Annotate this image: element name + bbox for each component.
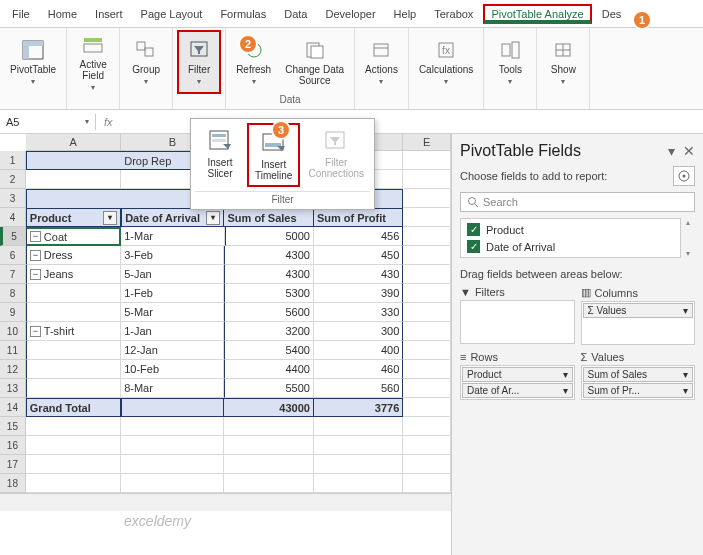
horizontal-scrollbar[interactable]	[0, 493, 451, 511]
row-header[interactable]: 3	[0, 189, 26, 208]
cell[interactable]: 1-Jan	[121, 322, 224, 341]
row-header[interactable]: 8	[0, 284, 26, 303]
product-header[interactable]: Product▾	[26, 208, 121, 227]
cell[interactable]	[403, 151, 451, 170]
cell[interactable]	[314, 436, 403, 455]
cell[interactable]	[26, 455, 121, 474]
collapse-icon[interactable]: −	[30, 326, 41, 337]
cell[interactable]	[403, 265, 451, 284]
cell[interactable]	[403, 455, 451, 474]
tab-insert[interactable]: Insert	[87, 4, 131, 24]
cell[interactable]	[403, 398, 451, 417]
tab-home[interactable]: Home	[40, 4, 85, 24]
cell[interactable]: 5000	[225, 227, 314, 246]
cell[interactable]	[121, 417, 224, 436]
close-icon[interactable]: ✕	[683, 143, 695, 159]
cell[interactable]: 5-Jan	[121, 265, 224, 284]
cell[interactable]	[224, 455, 313, 474]
cell[interactable]	[26, 417, 121, 436]
filter-button[interactable]: Filter ▾	[177, 30, 221, 94]
cell[interactable]	[121, 436, 224, 455]
cell[interactable]	[314, 455, 403, 474]
tab-formulas[interactable]: Formulas	[212, 4, 274, 24]
filters-area[interactable]	[460, 300, 575, 344]
cell[interactable]: 456	[314, 227, 403, 246]
insert-slicer-button[interactable]: Insert Slicer	[195, 123, 245, 187]
cell[interactable]	[403, 303, 451, 322]
area-item[interactable]: Sum of Pr...▾	[583, 383, 694, 398]
filter-dropdown-icon[interactable]: ▾	[206, 211, 220, 225]
field-item-date[interactable]: ✓Date of Arrival	[463, 238, 678, 255]
field-item-product[interactable]: ✓Product	[463, 221, 678, 238]
cell[interactable]	[26, 360, 121, 379]
cell[interactable]: 4300	[224, 265, 313, 284]
cell[interactable]: 330	[314, 303, 403, 322]
date-header[interactable]: Date of Arrival▾	[121, 208, 224, 227]
cell[interactable]	[403, 417, 451, 436]
cell[interactable]: 400	[314, 341, 403, 360]
cell[interactable]	[403, 322, 451, 341]
cell[interactable]: 460	[314, 360, 403, 379]
row-header[interactable]: 11	[0, 341, 26, 360]
show-button[interactable]: Show ▾	[541, 30, 585, 94]
cell[interactable]	[224, 474, 313, 493]
cell[interactable]: 4300	[224, 246, 313, 265]
row-header[interactable]: 4	[0, 208, 26, 227]
cell[interactable]	[26, 474, 121, 493]
cell[interactable]	[403, 227, 451, 246]
gear-icon[interactable]	[673, 166, 695, 186]
tab-pivottable-analyze[interactable]: PivotTable Analyze	[483, 4, 591, 24]
tab-data[interactable]: Data	[276, 4, 315, 24]
collapse-icon[interactable]: −	[30, 250, 41, 261]
cell[interactable]: 5600	[224, 303, 313, 322]
area-item[interactable]: Date of Ar...▾	[462, 383, 573, 398]
cell[interactable]	[26, 379, 121, 398]
fields-search-input[interactable]: Search	[460, 192, 695, 212]
sum-profit-header[interactable]: Sum of Profit	[314, 208, 403, 227]
cell[interactable]	[26, 170, 121, 189]
cell[interactable]: 1-Mar	[121, 227, 224, 246]
values-area[interactable]: Sum of Sales▾ Sum of Pr...▾	[581, 365, 696, 400]
cell[interactable]: 5-Mar	[121, 303, 224, 322]
columns-area[interactable]: Σ Values▾	[581, 301, 696, 345]
row-header[interactable]: 13	[0, 379, 26, 398]
area-item[interactable]: Sum of Sales▾	[583, 367, 694, 382]
cell[interactable]: 4400	[224, 360, 313, 379]
cell[interactable]	[403, 379, 451, 398]
cell[interactable]: 450	[314, 246, 403, 265]
filter-dropdown-icon[interactable]: ▾	[103, 211, 117, 225]
cell[interactable]: −Dress	[26, 246, 121, 265]
cell[interactable]	[403, 246, 451, 265]
cell[interactable]	[26, 151, 121, 170]
cell[interactable]: 5300	[224, 284, 313, 303]
chevron-down-icon[interactable]: ▾	[668, 143, 675, 159]
cell[interactable]: 300	[314, 322, 403, 341]
tab-page-layout[interactable]: Page Layout	[133, 4, 211, 24]
sum-sales-header[interactable]: Sum of Sales	[224, 208, 313, 227]
tab-help[interactable]: Help	[386, 4, 425, 24]
tab-file[interactable]: File	[4, 4, 38, 24]
tab-developer[interactable]: Developer	[317, 4, 383, 24]
row-header[interactable]: 1	[0, 151, 26, 170]
cell[interactable]	[403, 189, 451, 208]
active-field-button[interactable]: Active Field ▾	[71, 30, 115, 94]
cell[interactable]: 12-Jan	[121, 341, 224, 360]
cell[interactable]	[121, 398, 224, 417]
row-header[interactable]: 9	[0, 303, 26, 322]
row-header[interactable]: 12	[0, 360, 26, 379]
cell[interactable]	[403, 436, 451, 455]
cell[interactable]: 430	[314, 265, 403, 284]
rows-area[interactable]: Product▾ Date of Ar...▾	[460, 365, 575, 400]
cell[interactable]	[403, 474, 451, 493]
cell[interactable]	[224, 417, 313, 436]
cell[interactable]	[224, 436, 313, 455]
grand-total-sales[interactable]: 43000	[224, 398, 313, 417]
col-header-e[interactable]: E	[403, 134, 451, 151]
cell[interactable]: −Coat	[26, 227, 121, 246]
tab-design[interactable]: Des	[594, 4, 630, 24]
cell[interactable]	[26, 189, 121, 208]
actions-button[interactable]: Actions ▾	[359, 30, 404, 94]
tools-button[interactable]: Tools ▾	[488, 30, 532, 94]
cell[interactable]	[403, 208, 451, 227]
collapse-icon[interactable]: −	[30, 269, 41, 280]
